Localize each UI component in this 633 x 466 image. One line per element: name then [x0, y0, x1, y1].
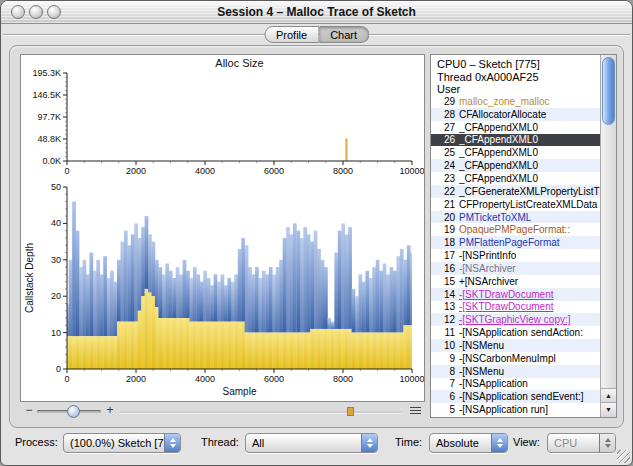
row-label: -[NSApplication	[459, 378, 601, 389]
thread-popup-value: All	[246, 437, 361, 449]
row-label: -[SKTDrawDocument	[459, 289, 601, 300]
row-label: -[NSApplication sendAction:	[459, 327, 601, 338]
row-number: 24	[431, 160, 455, 171]
row-number: 9	[431, 353, 455, 364]
callstack-row[interactable]: 25_CFAppendXML0	[431, 146, 601, 159]
cpu-process-line: CPU0 – Sketch [775]	[437, 58, 598, 71]
scrollbar-thumb[interactable]	[602, 57, 615, 125]
time-popup-value: Absolute	[430, 437, 491, 449]
callstack-row[interactable]: 22_CFGenerateXMLPropertyListT	[431, 185, 601, 198]
app-window: Session 4 – Malloc Trace of Sketch Profi…	[0, 0, 633, 466]
title-bar[interactable]: Session 4 – Malloc Trace of Sketch	[1, 1, 632, 24]
svg-text:0.0K: 0.0K	[42, 156, 61, 166]
chart-bottom-strip: − +	[20, 403, 425, 419]
callstack-row[interactable]: 12-[SKTGraphicView copy:]	[431, 313, 601, 326]
alloc-event-marker	[347, 407, 354, 416]
svg-text:0: 0	[64, 166, 69, 176]
callstack-row[interactable]: 14-[SKTDrawDocument	[431, 288, 601, 301]
callstack-row[interactable]: 19OpaquePMPageFormat::	[431, 223, 601, 236]
callstack-row[interactable]: 27_CFAppendXML0	[431, 121, 601, 134]
svg-text:40: 40	[51, 218, 61, 228]
callstack-row[interactable]: 26_CFAppendXML0	[431, 134, 601, 147]
callstack-row[interactable]: 7-[NSApplication	[431, 378, 601, 391]
popup-arrows-icon	[361, 434, 377, 452]
callstack-row[interactable]: 13-[SKTDrawDocument	[431, 301, 601, 314]
callstack-row[interactable]: 24_CFAppendXML0	[431, 159, 601, 172]
resize-grip[interactable]	[617, 450, 630, 463]
svg-text:97.7K: 97.7K	[37, 112, 61, 122]
minimize-button[interactable]	[29, 5, 43, 19]
svg-text:10: 10	[51, 328, 61, 338]
callstack-row[interactable]: 18PMFlattenPageFormat	[431, 236, 601, 249]
callstack-row[interactable]: 9-[NSCarbonMenuImpl	[431, 352, 601, 365]
callstack-row[interactable]: 20PMTicketToXML	[431, 211, 601, 224]
row-number: 22	[431, 186, 455, 197]
scroll-down-icon[interactable]: ▼	[601, 402, 616, 417]
close-button[interactable]	[11, 5, 25, 19]
thread-popup[interactable]: All	[245, 433, 378, 453]
popup-arrows-icon	[491, 434, 507, 452]
row-number: 5	[431, 404, 455, 415]
zoom-slider-track[interactable]	[37, 410, 101, 413]
svg-text:8000: 8000	[333, 166, 353, 176]
view-label: View:	[513, 433, 540, 451]
row-number: 10	[431, 340, 455, 351]
row-label: PMTicketToXML	[459, 212, 601, 223]
callstack-row[interactable]: 28CFAllocatorAllocate	[431, 108, 601, 121]
alloc-size-chart[interactable]: Alloc Size195.3K146.5K97.7K48.8K0.0K0200…	[21, 55, 424, 179]
callstack-row[interactable]: 5-[NSApplication run]	[431, 403, 601, 416]
callstack-row[interactable]: 16-[NSArchiver	[431, 262, 601, 275]
callstack-row[interactable]: 21CFPropertyListCreateXMLData	[431, 198, 601, 211]
row-label: -[NSMenu	[459, 340, 601, 351]
timeline-track[interactable]	[120, 411, 401, 413]
popup-arrows-icon	[599, 434, 615, 452]
callstack-row[interactable]: 10-[NSMenu	[431, 339, 601, 352]
row-label: _CFAppendXML0	[459, 173, 601, 184]
svg-text:Sample: Sample	[223, 386, 257, 397]
view-popup[interactable]: CPU	[547, 433, 616, 453]
callstack-row[interactable]: 29malloc_zone_malloc	[431, 95, 601, 108]
row-number: 16	[431, 263, 455, 274]
row-label: -[NSApplication sendEvent:]	[459, 391, 601, 402]
row-number: 29	[431, 96, 455, 107]
callstack-panel: CPU0 – Sketch [775] Thread 0xA000AF25 Us…	[430, 54, 617, 418]
row-number: 15	[431, 276, 455, 287]
callstack-row[interactable]: 8-[NSMenu	[431, 365, 601, 378]
svg-text:2000: 2000	[126, 166, 146, 176]
svg-text:146.5K: 146.5K	[32, 90, 61, 100]
grid-lines-icon[interactable]	[409, 405, 422, 416]
process-popup[interactable]: (100.0%) Sketch [77	[63, 433, 181, 453]
row-label: CFAllocatorAllocate	[459, 109, 601, 120]
chart-panel: Alloc Size195.3K146.5K97.7K48.8K0.0K0200…	[20, 54, 425, 402]
thread-line: Thread 0xA000AF25	[437, 71, 598, 84]
callstack-depth-chart[interactable]: 010203040500200040006000800010000SampleC…	[21, 179, 424, 401]
svg-text:10000: 10000	[399, 166, 424, 176]
callstack-row[interactable]: 6-[NSApplication sendEvent:]	[431, 390, 601, 403]
svg-text:48.8K: 48.8K	[37, 134, 61, 144]
callstack-row[interactable]: 17-[NSPrintInfo	[431, 249, 601, 262]
tab-profile[interactable]: Profile	[264, 26, 319, 43]
callstack-row[interactable]: 11-[NSApplication sendAction:	[431, 326, 601, 339]
row-number: 28	[431, 109, 455, 120]
process-label: Process:	[15, 433, 58, 451]
vertical-scrollbar[interactable]: ▲ ▼	[600, 55, 616, 417]
row-label: -[NSArchiver	[459, 263, 601, 274]
thread-label: Thread:	[201, 433, 239, 451]
window-title: Session 4 – Malloc Trace of Sketch	[71, 5, 562, 19]
zoom-button[interactable]	[47, 5, 61, 19]
row-label: _CFAppendXML0	[459, 134, 601, 145]
row-label: _CFGenerateXMLPropertyListT	[459, 186, 601, 197]
zoom-out-label[interactable]: −	[24, 403, 34, 417]
zoom-slider-thumb[interactable]	[67, 405, 80, 418]
row-number: 17	[431, 250, 455, 261]
zoom-in-label[interactable]: +	[105, 403, 115, 417]
row-number: 26	[431, 134, 455, 145]
callstack-row[interactable]: 15+[NSArchiver	[431, 275, 601, 288]
scroll-up-icon[interactable]: ▲	[601, 388, 616, 403]
callstack-row[interactable]: 23_CFAppendXML0	[431, 172, 601, 185]
tab-chart[interactable]: Chart	[319, 26, 369, 43]
svg-text:2000: 2000	[126, 374, 146, 384]
row-label: -[SKTDrawDocument	[459, 301, 601, 312]
time-popup[interactable]: Absolute	[429, 433, 508, 453]
row-number: 19	[431, 224, 455, 235]
